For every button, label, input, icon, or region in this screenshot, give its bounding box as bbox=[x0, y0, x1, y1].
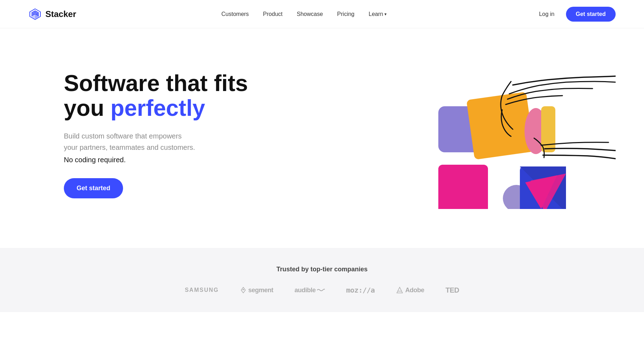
nav-actions: Log in Get started bbox=[532, 7, 616, 22]
svg-rect-4 bbox=[438, 165, 488, 209]
hero-cta-button[interactable]: Get started bbox=[64, 178, 123, 198]
logo-ted: TED bbox=[445, 286, 459, 294]
nav-cta-button[interactable]: Get started bbox=[566, 7, 616, 22]
nav-showcase[interactable]: Showcase bbox=[291, 8, 329, 20]
adobe-icon bbox=[396, 287, 403, 294]
hero-no-code-text: No coding required. bbox=[64, 156, 248, 164]
trusted-title: Trusted by top-tier companies bbox=[28, 266, 616, 273]
segment-icon bbox=[240, 287, 246, 293]
nav-pricing[interactable]: Pricing bbox=[332, 8, 360, 20]
nav-customers[interactable]: Customers bbox=[216, 8, 254, 20]
nav-learn[interactable]: Learn ▾ bbox=[363, 8, 392, 20]
stacker-logo-icon bbox=[28, 7, 42, 21]
logo-adobe: Adobe bbox=[396, 287, 424, 294]
nav-product[interactable]: Product bbox=[257, 8, 288, 20]
audible-wave-icon bbox=[317, 288, 325, 292]
main-nav: Stacker Customers Product Showcase Prici… bbox=[0, 0, 644, 28]
hero-illustration-svg bbox=[431, 60, 616, 209]
nav-links: Customers Product Showcase Pricing Learn… bbox=[216, 8, 392, 20]
chevron-down-icon: ▾ bbox=[384, 12, 387, 17]
logo-audible: audible bbox=[295, 287, 325, 294]
logo-samsung: SAMSUNG bbox=[185, 287, 219, 293]
trusted-section: Trusted by top-tier companies SAMSUNG se… bbox=[0, 248, 644, 312]
hero-subtitle: Build custom software that empowers your… bbox=[64, 130, 248, 153]
hero-content: Software that fits you perfectly Build c… bbox=[64, 71, 248, 199]
brand-name: Stacker bbox=[45, 9, 76, 19]
logo-mozilla: moz://a bbox=[346, 286, 375, 294]
hero-section: Software that fits you perfectly Build c… bbox=[0, 28, 644, 248]
logo-segment: segment bbox=[240, 287, 273, 294]
login-button[interactable]: Log in bbox=[532, 7, 562, 21]
hero-illustration bbox=[431, 60, 616, 209]
trusted-logos: SAMSUNG segment audible moz://a bbox=[28, 286, 616, 294]
logo-link[interactable]: Stacker bbox=[28, 7, 76, 21]
hero-title: Software that fits you perfectly bbox=[64, 71, 248, 121]
